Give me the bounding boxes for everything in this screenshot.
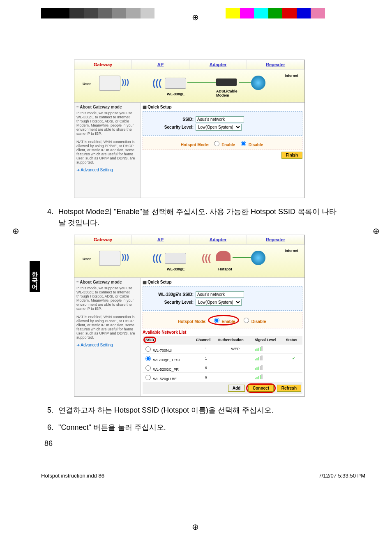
hotspot-disable-radio-2[interactable]: Disable [242,319,266,324]
screenshot-1: Gateway AP Adapter Repeater User ))) (((… [74,60,305,198]
wifi-icon-2: ((( [152,78,161,88]
tab-adapter[interactable]: Adapter [189,60,247,69]
security-select[interactable]: Low(Open System) [196,124,242,131]
router-label-2: WL-330gE [167,267,185,271]
laptop-icon [99,76,120,91]
router-icon-2 [165,253,186,264]
network-table: SSID Channel Authentication Signal Level… [143,336,302,382]
security-label-2: Security Level: [146,300,196,305]
ssid-input[interactable] [196,116,244,122]
wifi-icon-4: ((( [152,253,161,263]
network-list-title: Available Network List [143,330,302,335]
step-4: 4.Hotspot Mode의 "Enable"을 선택해 주십시오. 사용 가… [41,206,343,228]
globe-icon-2 [251,251,265,265]
hotspot-mode-label: Hotspot Mode: [181,143,210,147]
tab-ap-2[interactable]: AP [132,235,189,244]
laptop-icon-2 [99,251,120,266]
step-6: 6."Connect" 버튼을 눌러 주십시오. [41,422,343,433]
red-oval-highlight: SSID [143,337,156,343]
wifi-icon-3: ))) [122,253,129,261]
hotspot-disable-radio[interactable]: Disable [239,143,263,147]
hotspot-mode-label-2: Hotspot Mode: [178,319,207,324]
red-oval-connect: Connect [246,383,276,393]
advanced-setting-link-2[interactable]: Advanced Setting [76,343,138,347]
tab-repeater[interactable]: Repeater [247,60,304,69]
diagram-user-label: User [83,82,91,86]
about-title: About Gateway mode [76,105,138,109]
wifi-icon: ))) [122,78,129,86]
hotspot-enable-radio-2[interactable]: Enable [212,319,235,324]
language-tab: 한국어 [30,261,40,292]
ssid-label: SSID: [146,117,196,122]
tab-ap[interactable]: AP [132,60,189,69]
security-select-2[interactable]: Low(Open System) [196,299,242,306]
about-text-1b: In this mode, we suppose you use WL-330g… [76,286,138,311]
refresh-button[interactable]: Refresh [277,385,301,392]
quick-setup-title-2: Quick Setup [143,280,302,284]
security-label: Security Level: [146,125,196,129]
finish-button[interactable]: Finish [281,152,302,159]
red-circle-highlight: Enable [208,315,240,325]
internet-label: Internet [285,74,298,78]
wifi-icon-5: ((( [202,253,211,263]
page-number: 86 [44,439,343,448]
hotspot-label: Hotspot [218,267,232,271]
modem-icon [216,78,237,86]
internet-label-2: Internet [285,249,298,253]
footer-filename: Hotspot instruction.indd 86 [41,473,104,479]
router-icon [165,78,186,89]
ssid-label-2: WL-330gE's SSID: [146,292,196,297]
about-title-2: About Gateway mode [76,280,138,284]
connect-button[interactable]: Connect [248,385,274,392]
about-text-2: NAT is enabled, WAN connection is allowe… [76,140,138,164]
advanced-setting-link[interactable]: Advanced Setting [76,168,138,172]
tab-gateway[interactable]: Gateway [74,60,132,69]
about-text-1: In this mode, we suppose you use WL-330g… [76,111,138,136]
tab-repeater-2[interactable]: Repeater [247,235,304,244]
globe-icon [251,76,265,90]
quick-setup-title: Quick Setup [143,105,302,109]
about-text-2b: NAT is enabled, WAN connection is allowe… [76,315,138,339]
router-label: WL-330gE [167,92,185,96]
table-row[interactable]: WL-520GC_PR6 [143,363,302,373]
table-row[interactable]: WL-700NUI1WEP [143,344,302,354]
screenshot-2: Gateway AP Adapter Repeater User ))) (((… [74,235,305,397]
footer-timestamp: 7/12/07 5:33:50 PM [319,473,365,479]
add-button[interactable]: Add [228,385,245,392]
table-row[interactable]: WL700gE_TEST1✓ [143,354,302,363]
hotspot-enable-radio[interactable]: Enable [212,143,235,147]
step-5: 5.연결하고자 하는 Hotspot SSID (Hotspot 이름)을 선택… [41,405,343,416]
ssid-input-2[interactable] [196,291,244,298]
table-row[interactable]: WL-520gU BE6 [143,373,302,382]
tab-gateway-2[interactable]: Gateway [74,235,132,244]
modem-label: ADSL/Cable Modem [216,89,238,97]
tab-adapter-2[interactable]: Adapter [189,235,247,244]
hotspot-icon [216,251,231,261]
diagram-user-label-2: User [83,257,91,261]
